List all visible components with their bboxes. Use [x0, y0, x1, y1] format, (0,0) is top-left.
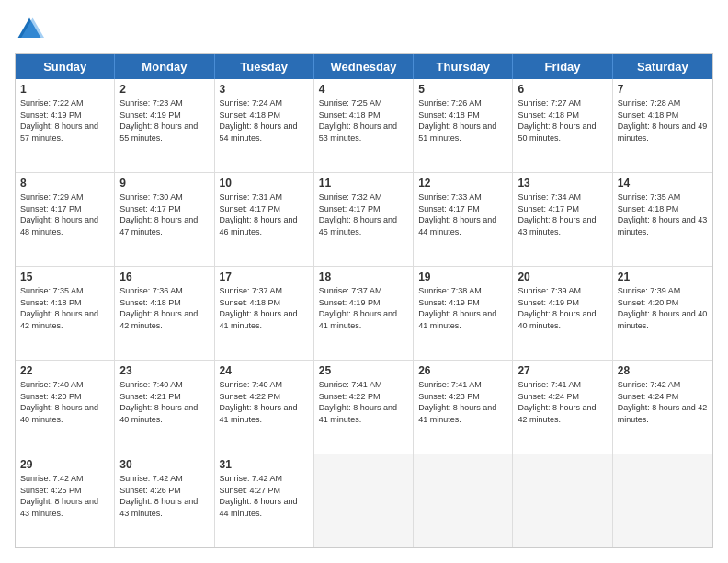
header	[15, 15, 713, 44]
day-number: 4	[319, 83, 408, 96]
day-info: Sunrise: 7:23 AMSunset: 4:19 PMDaylight:…	[119, 98, 209, 144]
day-header-sunday: Sunday	[16, 54, 115, 79]
day-number: 15	[20, 270, 109, 283]
day-cell: 20Sunrise: 7:39 AMSunset: 4:19 PMDayligh…	[513, 267, 612, 360]
day-info: Sunrise: 7:37 AMSunset: 4:19 PMDaylight:…	[319, 285, 408, 331]
day-number: 6	[518, 83, 607, 96]
day-number: 21	[618, 270, 708, 283]
day-number: 31	[220, 458, 309, 471]
day-number: 26	[418, 364, 507, 377]
day-header-thursday: Thursday	[414, 54, 513, 79]
day-info: Sunrise: 7:25 AMSunset: 4:18 PMDaylight:…	[319, 98, 408, 144]
day-cell: 8Sunrise: 7:29 AMSunset: 4:17 PMDaylight…	[16, 173, 115, 266]
day-info: Sunrise: 7:39 AMSunset: 4:19 PMDaylight:…	[518, 285, 607, 331]
day-cell: 14Sunrise: 7:35 AMSunset: 4:18 PMDayligh…	[613, 173, 712, 266]
day-cell: 16Sunrise: 7:36 AMSunset: 4:18 PMDayligh…	[115, 267, 214, 360]
day-number: 29	[20, 458, 109, 471]
day-cell: 24Sunrise: 7:40 AMSunset: 4:22 PMDayligh…	[215, 361, 314, 454]
day-cell: 9Sunrise: 7:30 AMSunset: 4:17 PMDaylight…	[115, 173, 214, 266]
week-row-3: 22Sunrise: 7:40 AMSunset: 4:20 PMDayligh…	[16, 361, 712, 454]
day-info: Sunrise: 7:38 AMSunset: 4:19 PMDaylight:…	[418, 285, 507, 331]
day-cell: 21Sunrise: 7:39 AMSunset: 4:20 PMDayligh…	[613, 267, 712, 360]
day-number: 9	[119, 177, 209, 190]
day-cell: 6Sunrise: 7:27 AMSunset: 4:18 PMDaylight…	[513, 79, 612, 172]
day-number: 22	[20, 364, 109, 377]
day-cell: 13Sunrise: 7:34 AMSunset: 4:17 PMDayligh…	[513, 173, 612, 266]
day-number: 5	[418, 83, 507, 96]
day-cell: 30Sunrise: 7:42 AMSunset: 4:26 PMDayligh…	[115, 454, 214, 547]
day-cell: 17Sunrise: 7:37 AMSunset: 4:18 PMDayligh…	[215, 267, 314, 360]
day-info: Sunrise: 7:42 AMSunset: 4:27 PMDaylight:…	[220, 473, 309, 519]
day-header-monday: Monday	[115, 54, 214, 79]
logo-icon	[15, 15, 44, 44]
day-number: 7	[618, 83, 708, 96]
logo	[15, 15, 48, 44]
day-cell: 4Sunrise: 7:25 AMSunset: 4:18 PMDaylight…	[314, 79, 414, 172]
day-info: Sunrise: 7:40 AMSunset: 4:22 PMDaylight:…	[220, 379, 309, 425]
day-number: 23	[119, 364, 209, 377]
day-info: Sunrise: 7:27 AMSunset: 4:18 PMDaylight:…	[518, 98, 607, 144]
day-number: 25	[319, 364, 408, 377]
day-cell: 5Sunrise: 7:26 AMSunset: 4:18 PMDaylight…	[414, 79, 513, 172]
day-info: Sunrise: 7:42 AMSunset: 4:24 PMDaylight:…	[618, 379, 708, 425]
page: SundayMondayTuesdayWednesdayThursdayFrid…	[0, 0, 728, 563]
day-info: Sunrise: 7:40 AMSunset: 4:21 PMDaylight:…	[119, 379, 209, 425]
day-cell: 18Sunrise: 7:37 AMSunset: 4:19 PMDayligh…	[314, 267, 414, 360]
day-cell	[414, 454, 513, 547]
week-row-0: 1Sunrise: 7:22 AMSunset: 4:19 PMDaylight…	[16, 79, 712, 173]
day-header-friday: Friday	[513, 54, 612, 79]
day-info: Sunrise: 7:30 AMSunset: 4:17 PMDaylight:…	[119, 191, 209, 237]
day-cell: 25Sunrise: 7:41 AMSunset: 4:22 PMDayligh…	[314, 361, 414, 454]
day-number: 28	[618, 364, 708, 377]
day-info: Sunrise: 7:40 AMSunset: 4:20 PMDaylight:…	[20, 379, 109, 425]
day-cell: 22Sunrise: 7:40 AMSunset: 4:20 PMDayligh…	[16, 361, 115, 454]
day-number: 17	[220, 270, 309, 283]
day-info: Sunrise: 7:24 AMSunset: 4:18 PMDaylight:…	[220, 98, 309, 144]
day-number: 20	[518, 270, 607, 283]
day-cell	[513, 454, 612, 547]
week-row-4: 29Sunrise: 7:42 AMSunset: 4:25 PMDayligh…	[16, 454, 712, 547]
day-cell: 2Sunrise: 7:23 AMSunset: 4:19 PMDaylight…	[115, 79, 214, 172]
day-cell: 19Sunrise: 7:38 AMSunset: 4:19 PMDayligh…	[414, 267, 513, 360]
day-cell: 31Sunrise: 7:42 AMSunset: 4:27 PMDayligh…	[215, 454, 314, 547]
day-cell: 3Sunrise: 7:24 AMSunset: 4:18 PMDaylight…	[215, 79, 314, 172]
day-cell: 11Sunrise: 7:32 AMSunset: 4:17 PMDayligh…	[314, 173, 414, 266]
calendar-header: SundayMondayTuesdayWednesdayThursdayFrid…	[16, 54, 712, 79]
day-cell: 23Sunrise: 7:40 AMSunset: 4:21 PMDayligh…	[115, 361, 214, 454]
day-cell: 12Sunrise: 7:33 AMSunset: 4:17 PMDayligh…	[414, 173, 513, 266]
day-info: Sunrise: 7:37 AMSunset: 4:18 PMDaylight:…	[220, 285, 309, 331]
day-info: Sunrise: 7:36 AMSunset: 4:18 PMDaylight:…	[119, 285, 209, 331]
day-info: Sunrise: 7:32 AMSunset: 4:17 PMDaylight:…	[319, 191, 408, 237]
day-number: 11	[319, 177, 408, 190]
day-number: 16	[119, 270, 209, 283]
day-cell	[314, 454, 414, 547]
day-cell: 29Sunrise: 7:42 AMSunset: 4:25 PMDayligh…	[16, 454, 115, 547]
day-info: Sunrise: 7:39 AMSunset: 4:20 PMDaylight:…	[618, 285, 708, 331]
day-number: 18	[319, 270, 408, 283]
day-number: 8	[20, 177, 109, 190]
day-cell: 15Sunrise: 7:35 AMSunset: 4:18 PMDayligh…	[16, 267, 115, 360]
day-info: Sunrise: 7:33 AMSunset: 4:17 PMDaylight:…	[418, 191, 507, 237]
day-header-tuesday: Tuesday	[215, 54, 314, 79]
day-number: 14	[618, 177, 708, 190]
day-info: Sunrise: 7:42 AMSunset: 4:26 PMDaylight:…	[119, 473, 209, 519]
day-number: 12	[418, 177, 507, 190]
day-number: 24	[220, 364, 309, 377]
day-number: 30	[119, 458, 209, 471]
day-cell: 26Sunrise: 7:41 AMSunset: 4:23 PMDayligh…	[414, 361, 513, 454]
day-info: Sunrise: 7:41 AMSunset: 4:24 PMDaylight:…	[518, 379, 607, 425]
day-cell: 27Sunrise: 7:41 AMSunset: 4:24 PMDayligh…	[513, 361, 612, 454]
day-info: Sunrise: 7:42 AMSunset: 4:25 PMDaylight:…	[20, 473, 109, 519]
day-info: Sunrise: 7:28 AMSunset: 4:18 PMDaylight:…	[618, 98, 708, 144]
week-row-2: 15Sunrise: 7:35 AMSunset: 4:18 PMDayligh…	[16, 267, 712, 361]
day-number: 3	[220, 83, 309, 96]
day-cell: 7Sunrise: 7:28 AMSunset: 4:18 PMDaylight…	[613, 79, 712, 172]
day-info: Sunrise: 7:41 AMSunset: 4:23 PMDaylight:…	[418, 379, 507, 425]
day-header-wednesday: Wednesday	[314, 54, 414, 79]
calendar-body: 1Sunrise: 7:22 AMSunset: 4:19 PMDaylight…	[16, 79, 712, 547]
day-cell: 28Sunrise: 7:42 AMSunset: 4:24 PMDayligh…	[613, 361, 712, 454]
day-info: Sunrise: 7:35 AMSunset: 4:18 PMDaylight:…	[618, 191, 708, 237]
day-info: Sunrise: 7:31 AMSunset: 4:17 PMDaylight:…	[220, 191, 309, 237]
day-number: 13	[518, 177, 607, 190]
day-cell: 1Sunrise: 7:22 AMSunset: 4:19 PMDaylight…	[16, 79, 115, 172]
